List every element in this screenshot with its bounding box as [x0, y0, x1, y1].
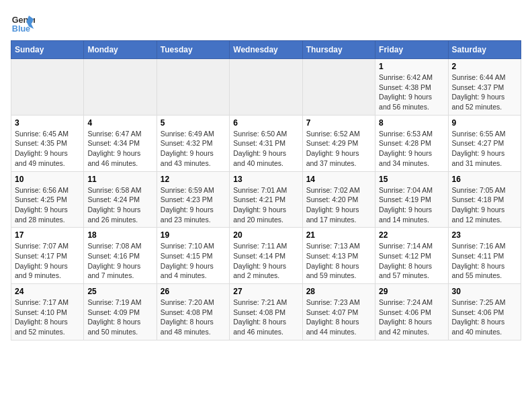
- day-info: Sunrise: 6:56 AM Sunset: 4:25 PM Dayligh…: [15, 185, 80, 225]
- day-cell: [84, 59, 157, 116]
- day-number: 17: [15, 230, 80, 240]
- day-number: 12: [161, 175, 226, 184]
- day-number: 2: [452, 62, 517, 71]
- day-number: 23: [452, 230, 517, 240]
- day-cell: 21Sunrise: 7:13 AM Sunset: 4:13 PM Dayli…: [302, 228, 375, 284]
- day-cell: [230, 59, 302, 116]
- header-row: SundayMondayTuesdayWednesdayThursdayFrid…: [11, 41, 521, 59]
- day-info: Sunrise: 7:08 AM Sunset: 4:16 PM Dayligh…: [87, 241, 152, 281]
- day-number: 18: [87, 230, 152, 240]
- day-cell: 22Sunrise: 7:14 AM Sunset: 4:12 PM Dayli…: [375, 228, 448, 284]
- day-info: Sunrise: 7:16 AM Sunset: 4:11 PM Dayligh…: [452, 241, 517, 281]
- day-cell: [302, 59, 375, 116]
- day-number: 20: [233, 230, 298, 240]
- day-info: Sunrise: 7:10 AM Sunset: 4:15 PM Dayligh…: [161, 241, 226, 281]
- header-cell-thursday: Thursday: [302, 41, 375, 59]
- week-row-3: 10Sunrise: 6:56 AM Sunset: 4:25 PM Dayli…: [11, 171, 521, 228]
- day-cell: 15Sunrise: 7:04 AM Sunset: 4:19 PM Dayli…: [375, 171, 448, 228]
- header-cell-sunday: Sunday: [11, 41, 84, 59]
- day-info: Sunrise: 7:07 AM Sunset: 4:17 PM Dayligh…: [15, 241, 80, 281]
- day-info: Sunrise: 6:53 AM Sunset: 4:28 PM Dayligh…: [379, 129, 444, 169]
- day-number: 28: [306, 287, 371, 296]
- day-number: 13: [233, 175, 298, 184]
- day-number: 27: [233, 287, 298, 296]
- day-info: Sunrise: 6:42 AM Sunset: 4:38 PM Dayligh…: [379, 73, 444, 112]
- calendar-table: SundayMondayTuesdayWednesdayThursdayFrid…: [11, 40, 521, 340]
- day-cell: 28Sunrise: 7:23 AM Sunset: 4:07 PM Dayli…: [302, 284, 375, 340]
- header-cell-monday: Monday: [84, 41, 157, 59]
- logo-icon: General Blue: [11, 11, 35, 35]
- day-number: 29: [379, 287, 444, 296]
- week-row-1: 1Sunrise: 6:42 AM Sunset: 4:38 PM Daylig…: [11, 59, 521, 116]
- day-number: 30: [452, 287, 517, 296]
- day-cell: 16Sunrise: 7:05 AM Sunset: 4:18 PM Dayli…: [448, 171, 521, 228]
- day-cell: 25Sunrise: 7:19 AM Sunset: 4:09 PM Dayli…: [84, 284, 157, 340]
- day-cell: 6Sunrise: 6:50 AM Sunset: 4:31 PM Daylig…: [230, 115, 302, 171]
- day-cell: 8Sunrise: 6:53 AM Sunset: 4:28 PM Daylig…: [375, 115, 448, 171]
- day-info: Sunrise: 7:01 AM Sunset: 4:21 PM Dayligh…: [233, 185, 298, 225]
- day-cell: 1Sunrise: 6:42 AM Sunset: 4:38 PM Daylig…: [375, 59, 448, 116]
- day-cell: 13Sunrise: 7:01 AM Sunset: 4:21 PM Dayli…: [230, 171, 302, 228]
- day-info: Sunrise: 7:19 AM Sunset: 4:09 PM Dayligh…: [87, 298, 152, 337]
- day-number: 19: [161, 230, 226, 240]
- day-cell: 10Sunrise: 6:56 AM Sunset: 4:25 PM Dayli…: [11, 171, 84, 228]
- day-cell: [157, 59, 229, 116]
- day-info: Sunrise: 7:17 AM Sunset: 4:10 PM Dayligh…: [15, 298, 80, 337]
- day-cell: 24Sunrise: 7:17 AM Sunset: 4:10 PM Dayli…: [11, 284, 84, 340]
- day-info: Sunrise: 6:45 AM Sunset: 4:35 PM Dayligh…: [15, 129, 80, 169]
- day-info: Sunrise: 7:23 AM Sunset: 4:07 PM Dayligh…: [306, 298, 371, 337]
- day-number: 1: [379, 62, 444, 71]
- page-header: General Blue: [11, 11, 521, 35]
- svg-text:Blue: Blue: [12, 24, 30, 34]
- header-cell-saturday: Saturday: [448, 41, 521, 59]
- day-info: Sunrise: 7:05 AM Sunset: 4:18 PM Dayligh…: [452, 185, 517, 225]
- day-cell: 26Sunrise: 7:20 AM Sunset: 4:08 PM Dayli…: [157, 284, 229, 340]
- day-cell: 7Sunrise: 6:52 AM Sunset: 4:29 PM Daylig…: [302, 115, 375, 171]
- week-row-4: 17Sunrise: 7:07 AM Sunset: 4:17 PM Dayli…: [11, 228, 521, 284]
- day-info: Sunrise: 6:55 AM Sunset: 4:27 PM Dayligh…: [452, 129, 517, 169]
- day-cell: 20Sunrise: 7:11 AM Sunset: 4:14 PM Dayli…: [230, 228, 302, 284]
- calendar-header: SundayMondayTuesdayWednesdayThursdayFrid…: [11, 41, 521, 59]
- day-number: 25: [87, 287, 152, 296]
- day-cell: 3Sunrise: 6:45 AM Sunset: 4:35 PM Daylig…: [11, 115, 84, 171]
- day-cell: 27Sunrise: 7:21 AM Sunset: 4:08 PM Dayli…: [230, 284, 302, 340]
- calendar-body: 1Sunrise: 6:42 AM Sunset: 4:38 PM Daylig…: [11, 59, 521, 340]
- week-row-2: 3Sunrise: 6:45 AM Sunset: 4:35 PM Daylig…: [11, 115, 521, 171]
- header-cell-wednesday: Wednesday: [230, 41, 302, 59]
- week-row-5: 24Sunrise: 7:17 AM Sunset: 4:10 PM Dayli…: [11, 284, 521, 340]
- day-number: 5: [161, 118, 226, 128]
- day-info: Sunrise: 6:47 AM Sunset: 4:34 PM Dayligh…: [87, 129, 152, 169]
- day-number: 16: [452, 175, 517, 184]
- day-cell: 5Sunrise: 6:49 AM Sunset: 4:32 PM Daylig…: [157, 115, 229, 171]
- day-info: Sunrise: 6:58 AM Sunset: 4:24 PM Dayligh…: [87, 185, 152, 225]
- day-info: Sunrise: 7:25 AM Sunset: 4:06 PM Dayligh…: [452, 298, 517, 337]
- day-number: 26: [161, 287, 226, 296]
- day-number: 3: [15, 118, 80, 128]
- day-number: 6: [233, 118, 298, 128]
- logo: General Blue: [11, 11, 35, 35]
- day-cell: 17Sunrise: 7:07 AM Sunset: 4:17 PM Dayli…: [11, 228, 84, 284]
- day-number: 15: [379, 175, 444, 184]
- day-number: 8: [379, 118, 444, 128]
- day-info: Sunrise: 7:20 AM Sunset: 4:08 PM Dayligh…: [161, 298, 226, 337]
- day-cell: 4Sunrise: 6:47 AM Sunset: 4:34 PM Daylig…: [84, 115, 157, 171]
- day-number: 22: [379, 230, 444, 240]
- header-cell-tuesday: Tuesday: [157, 41, 229, 59]
- day-info: Sunrise: 7:13 AM Sunset: 4:13 PM Dayligh…: [306, 241, 371, 281]
- day-cell: 18Sunrise: 7:08 AM Sunset: 4:16 PM Dayli…: [84, 228, 157, 284]
- day-cell: 14Sunrise: 7:02 AM Sunset: 4:20 PM Dayli…: [302, 171, 375, 228]
- day-number: 4: [87, 118, 152, 128]
- day-info: Sunrise: 6:52 AM Sunset: 4:29 PM Dayligh…: [306, 129, 371, 169]
- day-cell: 23Sunrise: 7:16 AM Sunset: 4:11 PM Dayli…: [448, 228, 521, 284]
- day-cell: 19Sunrise: 7:10 AM Sunset: 4:15 PM Dayli…: [157, 228, 229, 284]
- day-cell: 29Sunrise: 7:24 AM Sunset: 4:06 PM Dayli…: [375, 284, 448, 340]
- day-info: Sunrise: 7:24 AM Sunset: 4:06 PM Dayligh…: [379, 298, 444, 337]
- day-info: Sunrise: 6:44 AM Sunset: 4:37 PM Dayligh…: [452, 73, 517, 112]
- day-info: Sunrise: 6:50 AM Sunset: 4:31 PM Dayligh…: [233, 129, 298, 169]
- day-info: Sunrise: 7:14 AM Sunset: 4:12 PM Dayligh…: [379, 241, 444, 281]
- day-info: Sunrise: 6:59 AM Sunset: 4:23 PM Dayligh…: [161, 185, 226, 225]
- day-cell: 12Sunrise: 6:59 AM Sunset: 4:23 PM Dayli…: [157, 171, 229, 228]
- day-cell: 9Sunrise: 6:55 AM Sunset: 4:27 PM Daylig…: [448, 115, 521, 171]
- day-info: Sunrise: 7:02 AM Sunset: 4:20 PM Dayligh…: [306, 185, 371, 225]
- day-number: 7: [306, 118, 371, 128]
